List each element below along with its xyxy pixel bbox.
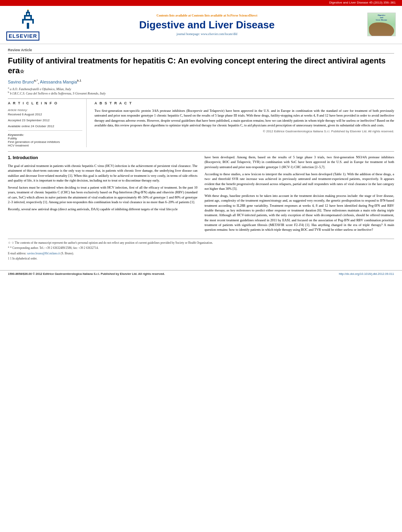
journal-homepage: journal homepage: www.elsevier.com/locat…	[50, 32, 364, 36]
info-abstract-section: A R T I C L E I N F O Article history: R…	[8, 98, 394, 147]
keyword3: HCV treatment	[8, 144, 82, 147]
email-address: savino.bruno@fbf.milano.it	[27, 252, 60, 255]
body-col-right: have been developed. Among them, based o…	[205, 155, 395, 235]
article-container: Review Article Futility of antiviral tre…	[0, 44, 402, 266]
svg-rect-8	[26, 12, 27, 15]
issn-text: 1590-8658/$36.00 © 2012 Editrice Gastroe…	[8, 272, 165, 276]
homepage-label: journal homepage:	[176, 32, 200, 36]
section-divider	[8, 151, 394, 152]
abstract-title: A B S T R A C T	[94, 101, 394, 105]
article-title: Futility of antiviral treatments for hep…	[8, 56, 394, 76]
journal-logo: DigestiveandLiver Disease	[364, 13, 396, 37]
body-col1-p2: Several factors must be considered when …	[8, 185, 198, 204]
author-bruno: Savino Bruno	[8, 80, 34, 84]
body-col2-p3: With these drugs, baseline predictors to…	[205, 193, 395, 232]
accepted-value: Accepted 23 September 2012	[8, 119, 82, 122]
email-label: E-mail address:	[8, 252, 26, 255]
svg-rect-6	[30, 15, 32, 19]
issn-number: 1590-8658/$36.00 © 2012 Editrice Gastroe…	[8, 272, 165, 276]
liver-icon	[369, 22, 394, 36]
svg-marker-11	[27, 9, 29, 10]
sciverse-text: Contents lists available at SciVerse Sci…	[192, 14, 258, 17]
email-footnote: E-mail address: savino.bruno@fbf.milano.…	[8, 252, 394, 256]
svg-rect-0	[27, 23, 29, 29]
received-value: Received 6 August 2012	[8, 113, 82, 116]
abstract-column: A B S T R A C T Two first-generation non…	[94, 99, 394, 147]
author-mangia: Alessandra Mangia	[40, 80, 77, 84]
doi-text: http://dx.doi.org/10.1016/j.dld.2012.09.…	[339, 272, 394, 276]
body-col2-p2: According to these studies, a new lexico…	[205, 172, 395, 191]
journal-logo-box: DigestiveandLiver Disease	[367, 13, 396, 36]
online-value: Available online 24 October 2012	[8, 124, 82, 128]
body-col-left: 1. Introduction The goal of antiviral tr…	[8, 155, 198, 235]
svg-rect-3	[32, 19, 34, 24]
keyword2: First generation of protease inhibitors	[8, 140, 82, 144]
authors-line: Savino Brunoa,*, Alessandra Mangiab,1	[8, 79, 394, 84]
email-name: (S. Bruno).	[61, 252, 74, 255]
affil-a-sup: a	[8, 86, 9, 89]
journal-logo-title: DigestiveandLiver Disease	[369, 14, 394, 21]
svg-rect-2	[22, 19, 24, 24]
citation-text: Digestive and Liver Disease 45 (2013) 35…	[329, 1, 396, 4]
elsevier-logo: ELSEVIER	[6, 9, 50, 41]
header-main: ELSEVIER Contents lists available at Con…	[0, 5, 402, 44]
keyword1: Futility	[8, 137, 82, 140]
history-label: Article history:	[8, 108, 82, 112]
article-info-title: A R T I C L E I N F O	[8, 101, 82, 105]
affiliations: a a A.O. Fatebenefratelli e Oftalmico, M…	[8, 86, 394, 95]
section1-heading: 1. Introduction	[8, 155, 198, 161]
elsevier-tree-icon	[10, 9, 46, 31]
elsevier-text: ELSEVIER	[9, 33, 37, 39]
affil-b-sup: b	[8, 91, 9, 94]
affil-a-text: a A.O. Fatebenefratelli e Oftalmico, Mil…	[10, 87, 71, 91]
article-title-text: Futility of antiviral treatments for hep…	[8, 56, 385, 75]
affil-b-text: b I.R.C.C.S. Casa del Sollievo e della S…	[10, 92, 106, 95]
sciverse-line: Contents lists available at Contents lis…	[50, 14, 364, 17]
contents-text: Contents lists available at	[156, 14, 191, 17]
abstract-text: Two first-generation non-specific protei…	[94, 108, 394, 128]
body-columns: 1. Introduction The goal of antiviral tr…	[8, 155, 394, 235]
keywords-label: Keywords:	[8, 133, 82, 137]
corresponding-footnote: * * Corresponding author. Tel.: +39 2 63…	[8, 246, 394, 250]
body-col1-p3: Recently, several new antiviral drugs (d…	[8, 207, 198, 211]
bottom-bar: 1590-8658/$36.00 © 2012 Editrice Gastroe…	[0, 270, 402, 277]
alpha-note-text: 1 In alphabetical order.	[10, 257, 37, 260]
footnotes-section: ☆ ☆ The contents of the manuscript repre…	[8, 239, 394, 261]
svg-rect-1	[22, 19, 34, 20]
svg-rect-9	[29, 12, 30, 15]
article-info-column: A R T I C L E I N F O Article history: R…	[8, 99, 87, 147]
star-footnote: ☆ ☆ The contents of the manuscript repre…	[8, 241, 394, 245]
homepage-url: www.elsevier.com/locate/dld	[201, 32, 237, 36]
corresponding-note-text: * Corresponding author. Tel.: +39 2 6363…	[10, 246, 99, 250]
citation-bar: Digestive and Liver Disease 45 (2013) 35…	[0, 0, 402, 5]
title-symbol: ☆	[20, 69, 24, 74]
star-symbol: ☆	[8, 241, 11, 245]
body-col2-p1: have been developed. Among them, based o…	[205, 155, 395, 169]
header-center: Contents lists available at Contents lis…	[50, 14, 364, 36]
svg-rect-5	[24, 15, 26, 19]
body-col1-p1: The goal of antiviral treatment in patie…	[8, 163, 198, 183]
review-tag: Review Article	[8, 48, 394, 54]
copyright-line: © 2012 Editrice Gastroenterologica Itali…	[94, 130, 394, 133]
elsevier-wordmark: ELSEVIER	[6, 32, 39, 41]
journal-title: Digestive and Liver Disease	[50, 19, 364, 31]
star-note-text: ☆ The contents of the manuscript represe…	[11, 241, 213, 245]
alphabetical-footnote: 1 1 In alphabetical order.	[8, 257, 394, 261]
doi-link[interactable]: http://dx.doi.org/10.1016/j.dld.2012.09.…	[339, 272, 394, 276]
